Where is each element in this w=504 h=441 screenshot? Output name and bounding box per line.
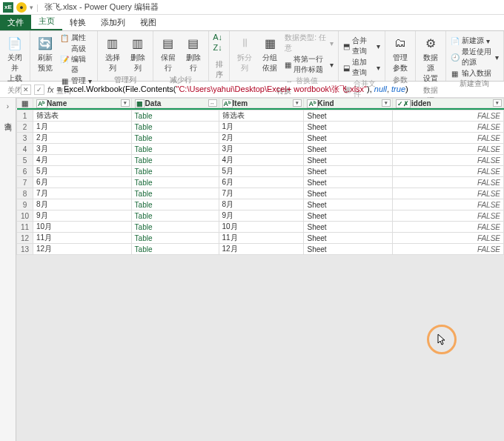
cell-item[interactable]: 7月: [219, 188, 304, 199]
row-number[interactable]: 11: [17, 222, 33, 233]
properties-button[interactable]: 📋属性: [60, 33, 93, 43]
append-button[interactable]: ⬓追加查询 ▾: [343, 57, 379, 78]
cell-name[interactable]: 5月: [33, 166, 132, 177]
cell-name[interactable]: 筛选表: [33, 110, 132, 122]
save-icon[interactable]: ●: [16, 2, 27, 13]
cell-data[interactable]: Table: [131, 166, 219, 177]
cell-hidden[interactable]: FALSE: [392, 244, 503, 255]
cell-name[interactable]: 2月: [33, 133, 132, 144]
cell-hidden[interactable]: FALSE: [392, 144, 503, 155]
cell-name[interactable]: 6月: [33, 177, 132, 188]
cell-hidden[interactable]: FALSE: [392, 188, 503, 199]
ds-settings-button[interactable]: ⚙数据源 设置: [420, 33, 441, 85]
cell-hidden[interactable]: FALSE: [392, 222, 503, 233]
filter-dropdown-icon[interactable]: ▾: [293, 99, 302, 107]
cell-item[interactable]: 12月: [219, 244, 304, 255]
table-row[interactable]: 11 10月 Table 10月 Sheet FALSE: [17, 222, 504, 233]
cell-item[interactable]: 筛选表: [219, 110, 304, 122]
col-header-item[interactable]: AᵇItem▾: [219, 99, 304, 108]
cell-kind[interactable]: Sheet: [304, 144, 392, 155]
col-header-hidden[interactable]: ✓✗Hidden▾: [392, 99, 503, 108]
row-number[interactable]: 6: [17, 166, 33, 177]
new-source-button[interactable]: 📄新建源 ▾: [451, 36, 499, 46]
headers-button[interactable]: ▦将第一行用作标题 ▾: [285, 54, 334, 75]
commit-formula-icon[interactable]: ✓: [34, 84, 44, 95]
tab-home[interactable]: 主页: [31, 13, 62, 30]
table-row[interactable]: 7 6月 Table 6月 Sheet FALSE: [17, 177, 504, 188]
cell-hidden[interactable]: FALSE: [392, 133, 503, 144]
cell-kind[interactable]: Sheet: [304, 222, 392, 233]
cell-hidden[interactable]: FALSE: [392, 155, 503, 166]
table-row[interactable]: 4 3月 Table 3月 Sheet FALSE: [17, 144, 504, 155]
cell-kind[interactable]: Sheet: [304, 122, 392, 133]
cell-kind[interactable]: Sheet: [304, 110, 392, 122]
cell-item[interactable]: 10月: [219, 222, 304, 233]
cell-kind[interactable]: Sheet: [304, 210, 392, 222]
table-row[interactable]: 12 11月 Table 11月 Sheet FALSE: [17, 233, 504, 244]
close-load-button[interactable]: 📄 关闭并 上载: [4, 33, 25, 85]
cell-item[interactable]: 5月: [219, 166, 304, 177]
cell-data[interactable]: Table: [131, 144, 219, 155]
refresh-button[interactable]: 🔄 刷新 预览: [35, 33, 56, 75]
formula-text[interactable]: = Excel.Workbook(File.Contents("C:\Users…: [57, 84, 408, 95]
cell-name[interactable]: 12月: [33, 244, 132, 255]
sort-desc-icon[interactable]: Z↓: [213, 43, 222, 52]
tab-file[interactable]: 文件: [0, 15, 31, 30]
cell-hidden[interactable]: FALSE: [392, 166, 503, 177]
cell-data[interactable]: Table: [131, 188, 219, 199]
cell-item[interactable]: 9月: [219, 210, 304, 222]
cell-data[interactable]: Table: [131, 177, 219, 188]
cell-name[interactable]: 11月: [33, 233, 132, 244]
enter-data-button[interactable]: ▦输入数据: [451, 68, 499, 79]
cell-item[interactable]: 6月: [219, 177, 304, 188]
sort-asc-icon[interactable]: A↓: [213, 33, 222, 42]
merge-button[interactable]: ⬒合并查询 ▾: [343, 36, 379, 56]
cell-hidden[interactable]: FALSE: [392, 122, 503, 133]
table-row[interactable]: 13 12月 Table 12月 Sheet FALSE: [17, 244, 504, 255]
cell-kind[interactable]: Sheet: [304, 244, 392, 255]
col-header-name[interactable]: AᵇName▾: [33, 99, 132, 108]
choose-cols-button[interactable]: ▥选择 列: [102, 33, 123, 75]
groupby-button[interactable]: ▦分组 依据: [259, 33, 280, 75]
cell-name[interactable]: 9月: [33, 210, 132, 222]
cell-data[interactable]: Table: [131, 122, 219, 133]
cell-name[interactable]: 10月: [33, 222, 132, 233]
remove-rows-button[interactable]: ▤删除 行: [183, 33, 204, 75]
cell-name[interactable]: 1月: [33, 122, 132, 133]
row-number[interactable]: 7: [17, 177, 33, 188]
cell-kind[interactable]: Sheet: [304, 133, 392, 144]
cell-kind[interactable]: Sheet: [304, 177, 392, 188]
cell-item[interactable]: 8月: [219, 199, 304, 210]
cell-name[interactable]: 8月: [33, 199, 132, 210]
cell-name[interactable]: 7月: [33, 188, 132, 199]
expand-icon[interactable]: ↔: [208, 99, 217, 107]
cell-kind[interactable]: Sheet: [304, 233, 392, 244]
table-row[interactable]: 3 2月 Table 2月 Sheet FALSE: [17, 133, 504, 144]
table-row[interactable]: 1 筛选表 Table 筛选表 Sheet FALSE: [17, 110, 504, 122]
filter-dropdown-icon[interactable]: ▾: [382, 99, 391, 107]
row-number[interactable]: 4: [17, 144, 33, 155]
cell-hidden[interactable]: FALSE: [392, 110, 503, 122]
col-header-data[interactable]: ▦Data↔: [131, 99, 219, 108]
table-row[interactable]: 5 4月 Table 4月 Sheet FALSE: [17, 155, 504, 166]
row-number[interactable]: 9: [17, 199, 33, 210]
cell-data[interactable]: Table: [131, 222, 219, 233]
cell-item[interactable]: 4月: [219, 155, 304, 166]
queries-pane-collapsed[interactable]: › 查询: [0, 98, 16, 441]
table-row[interactable]: 9 8月 Table 8月 Sheet FALSE: [17, 199, 504, 210]
cell-hidden[interactable]: FALSE: [392, 233, 503, 244]
row-number[interactable]: 8: [17, 188, 33, 199]
row-number[interactable]: 1: [17, 110, 33, 122]
row-number[interactable]: 3: [17, 133, 33, 144]
cell-data[interactable]: Table: [131, 233, 219, 244]
cell-item[interactable]: 11月: [219, 233, 304, 244]
table-row[interactable]: 6 5月 Table 5月 Sheet FALSE: [17, 166, 504, 177]
filter-dropdown-icon[interactable]: ▾: [121, 99, 130, 107]
cell-data[interactable]: Table: [131, 155, 219, 166]
cell-hidden[interactable]: FALSE: [392, 199, 503, 210]
cell-data[interactable]: Table: [131, 210, 219, 222]
params-button[interactable]: 🗂管理 参数: [390, 33, 411, 75]
cell-data[interactable]: Table: [131, 244, 219, 255]
cell-item[interactable]: 3月: [219, 144, 304, 155]
cell-kind[interactable]: Sheet: [304, 188, 392, 199]
